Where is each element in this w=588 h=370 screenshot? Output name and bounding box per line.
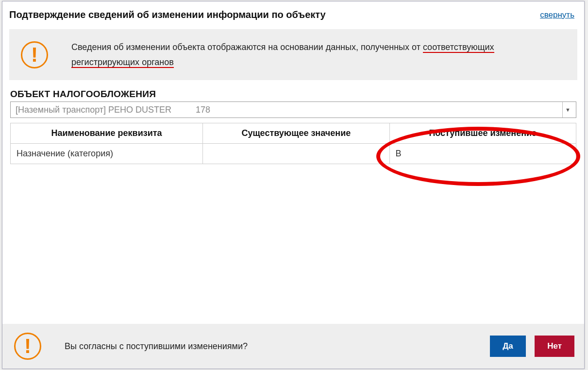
dialog-title: Подтверждение сведений об изменении инфо… <box>9 9 326 20</box>
info-text: Сведения об изменении объекта отображают… <box>71 40 494 69</box>
col-header-existing: Существующее значение <box>203 123 389 144</box>
dialog-header: Подтверждение сведений об изменении инфо… <box>2 1 584 26</box>
cell-incoming: В <box>389 144 576 164</box>
cell-existing <box>203 144 389 164</box>
confirm-dialog: Подтверждение сведений об изменении инфо… <box>2 1 585 369</box>
footer-question: Вы согласны с поступившими изменениями? <box>65 341 467 352</box>
chevron-down-icon: ▼ <box>562 102 573 118</box>
table-header-row: Наименование реквизита Существующее знач… <box>11 123 576 144</box>
section-label: ОБЪЕКТ НАЛОГООБЛОЖЕНИЯ <box>10 89 576 100</box>
collapse-link[interactable]: свернуть <box>540 10 574 20</box>
warning-icon: ! <box>21 41 48 68</box>
changes-table: Наименование реквизита Существующее знач… <box>10 123 576 164</box>
info-box: ! Сведения об изменении объекта отобража… <box>9 29 577 80</box>
info-text-underlined-1: соответствующих <box>423 42 494 53</box>
no-button[interactable]: Нет <box>535 336 574 357</box>
col-header-name: Наименование реквизита <box>11 123 203 144</box>
cell-name: Назначение (категория) <box>11 144 203 164</box>
object-select-wrap: [Наземный транспорт] РЕНО DUSTER 178 ▼ <box>10 101 576 118</box>
col-header-incoming: Поступившее изменение <box>389 123 576 144</box>
footer-buttons: Да Нет <box>490 336 574 357</box>
table-row: Назначение (категория) В <box>11 144 576 164</box>
info-text-prefix: Сведения об изменении объекта отображают… <box>71 42 423 52</box>
dialog-footer: ! Вы согласны с поступившими изменениями… <box>2 324 584 369</box>
object-select[interactable]: [Наземный транспорт] РЕНО DUSTER 178 ▼ <box>10 101 576 118</box>
yes-button[interactable]: Да <box>490 336 526 357</box>
warning-icon: ! <box>14 333 41 360</box>
object-select-value: [Наземный транспорт] РЕНО DUSTER 178 <box>16 105 210 115</box>
info-text-underlined-2: регистрирующих органов <box>71 57 174 68</box>
